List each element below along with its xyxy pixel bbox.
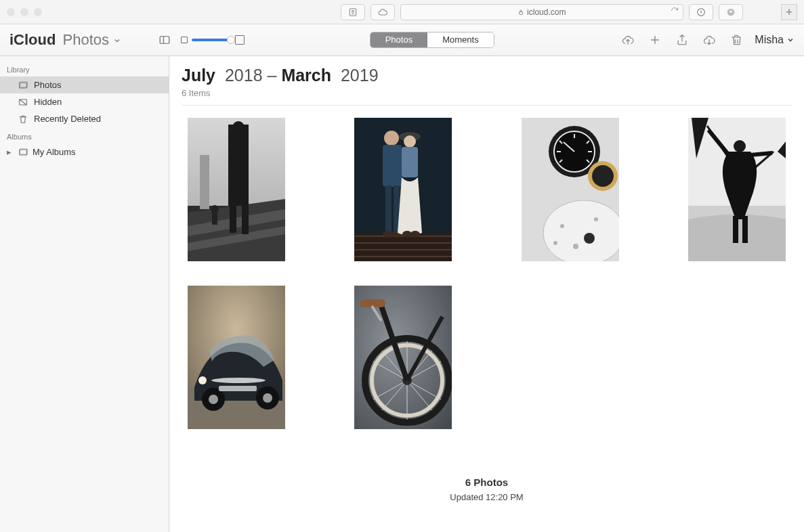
sidebar-item-photos[interactable]: Photos xyxy=(0,76,169,93)
svg-line-10 xyxy=(20,99,27,105)
album-icon xyxy=(18,147,28,158)
sidebar-item-my-albums[interactable]: ▸ My Albums xyxy=(0,143,169,160)
svg-point-81 xyxy=(198,376,207,384)
share-button[interactable] xyxy=(673,31,691,49)
address-text: icloud.com xyxy=(527,7,566,17)
svg-point-62 xyxy=(594,217,598,221)
svg-point-38 xyxy=(404,135,416,148)
svg-rect-71 xyxy=(733,216,738,243)
svg-rect-22 xyxy=(242,199,249,234)
main-content: July 2018 – March 2019 6 Items xyxy=(169,56,804,532)
svg-point-23 xyxy=(211,205,219,213)
reload-icon[interactable] xyxy=(671,7,679,17)
svg-rect-24 xyxy=(212,213,217,225)
svg-point-80 xyxy=(263,393,272,403)
icloud-button[interactable] xyxy=(371,4,395,20)
svg-rect-19 xyxy=(228,125,249,206)
svg-point-31 xyxy=(384,131,399,146)
sidebar-heading-albums: Albums xyxy=(0,127,169,143)
disclosure-triangle-icon[interactable]: ▸ xyxy=(7,147,14,157)
sidebar-toggle-button[interactable] xyxy=(155,32,174,48)
date-range-title: July 2018 – March 2019 xyxy=(182,66,792,85)
privacy-button[interactable] xyxy=(689,4,713,20)
svg-line-74 xyxy=(750,153,772,155)
svg-rect-21 xyxy=(230,199,236,233)
svg-point-1 xyxy=(352,10,354,12)
chevron-down-icon xyxy=(786,36,795,44)
svg-point-45 xyxy=(584,233,595,244)
app-toolbar: iCloud Photos Photos Moments xyxy=(0,24,804,56)
svg-rect-2 xyxy=(520,12,523,14)
svg-point-41 xyxy=(410,231,420,238)
svg-point-58 xyxy=(592,165,614,187)
svg-point-20 xyxy=(232,121,245,133)
download-button[interactable] xyxy=(700,31,718,49)
photo-thumbnail[interactable] xyxy=(188,286,285,429)
svg-rect-83 xyxy=(219,386,257,391)
trash-icon xyxy=(18,114,28,125)
svg-point-82 xyxy=(211,378,266,383)
app-title-menu[interactable]: iCloud Photos xyxy=(9,31,121,49)
tab-moments[interactable]: Moments xyxy=(427,32,493,47)
chevron-down-icon xyxy=(113,31,121,49)
window-close[interactable] xyxy=(7,8,15,16)
photo-thumbnail[interactable] xyxy=(188,118,285,261)
address-bar[interactable]: icloud.com xyxy=(400,4,684,20)
photo-thumbnail[interactable] xyxy=(688,118,786,261)
item-count: 6 Items xyxy=(182,88,792,98)
lock-icon xyxy=(517,9,524,16)
photo-thumbnail[interactable] xyxy=(522,118,619,261)
downloads-button[interactable] xyxy=(719,4,743,20)
svg-rect-32 xyxy=(383,145,402,187)
sidebar-item-hidden[interactable]: Hidden xyxy=(0,93,169,110)
photos-icon xyxy=(18,80,28,91)
browser-chrome: icloud.com + xyxy=(0,0,804,24)
svg-point-70 xyxy=(734,140,746,152)
zoom-slider[interactable] xyxy=(181,35,245,45)
divider xyxy=(182,105,792,106)
window-zoom[interactable] xyxy=(34,8,42,16)
photo-thumbnail[interactable] xyxy=(354,118,452,261)
svg-point-61 xyxy=(573,244,578,249)
svg-rect-39 xyxy=(402,147,418,177)
svg-point-40 xyxy=(402,231,412,238)
sidebar: Library Photos Hidden Recently Deleted A… xyxy=(0,56,169,532)
svg-rect-72 xyxy=(742,216,748,243)
user-menu[interactable]: Misha xyxy=(755,34,795,46)
zoom-track[interactable] xyxy=(192,39,231,41)
svg-rect-5 xyxy=(160,37,169,44)
zoom-out-icon xyxy=(181,37,188,43)
window-controls xyxy=(7,8,42,16)
svg-point-78 xyxy=(209,395,218,404)
hidden-icon xyxy=(18,97,28,108)
sidebar-heading-library: Library xyxy=(0,60,169,76)
photo-count: 6 Photos xyxy=(182,476,792,488)
svg-point-60 xyxy=(560,224,564,228)
svg-point-63 xyxy=(553,241,557,245)
photo-grid xyxy=(182,118,792,429)
window-minimize[interactable] xyxy=(20,8,28,16)
tab-photos[interactable]: Photos xyxy=(371,32,427,47)
svg-rect-33 xyxy=(385,185,392,231)
last-updated: Updated 12:20 PM xyxy=(182,492,792,502)
new-tab-button[interactable]: + xyxy=(781,4,797,20)
zoom-thumb[interactable] xyxy=(227,36,235,44)
svg-rect-18 xyxy=(200,155,209,209)
upload-button[interactable] xyxy=(619,31,637,49)
photo-thumbnail[interactable] xyxy=(354,286,452,429)
reader-button[interactable] xyxy=(341,4,365,20)
footer-summary: 6 Photos Updated 12:20 PM xyxy=(182,476,792,502)
add-button[interactable] xyxy=(646,31,664,49)
view-mode-segmented: Photos Moments xyxy=(370,32,494,48)
sidebar-item-recently-deleted[interactable]: Recently Deleted xyxy=(0,110,169,127)
delete-button[interactable] xyxy=(727,31,745,49)
zoom-in-icon xyxy=(235,35,245,45)
